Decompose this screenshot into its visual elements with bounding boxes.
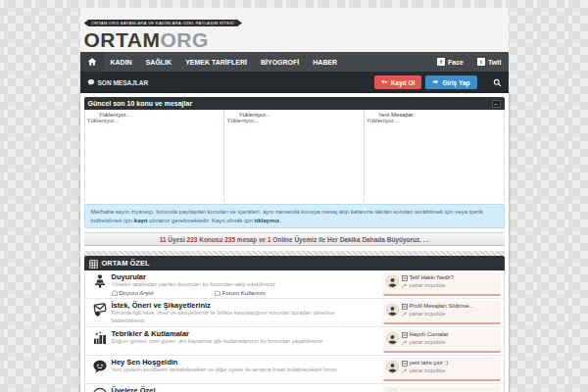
notice-text: . <box>279 218 281 223</box>
nav-item-kadin[interactable]: KADIN <box>104 52 139 72</box>
recent-widget-title: Güncel son 10 konu ve mesajlar <box>88 100 193 107</box>
nav-item-biyogrofi[interactable]: BİYOGROFİ <box>254 52 306 72</box>
recent-column-new-messages: Yeni Mesajlar Yükleniyor... <box>365 110 505 202</box>
subforum-links: Duyuru Arşivi Forum Kullanımı <box>112 290 378 296</box>
stat-members: 11 <box>160 236 167 243</box>
forum-title-link[interactable]: Duyurular <box>112 272 378 281</box>
nav-item-twitter[interactable]: tTwit <box>470 52 508 72</box>
last-post-title-link[interactable]: Hayırlı Cumalar <box>402 331 449 339</box>
stat-label: Konusu <box>197 236 224 243</box>
forum-title-link[interactable]: Üyelere Özel <box>112 386 378 392</box>
last-post-title: Telif Hakkı Nedir? <box>410 274 454 282</box>
forum-description: Yeni üyelerin kendilerini tanıtabilecekl… <box>112 367 357 373</box>
nav-item-facebook[interactable]: fFace <box>430 52 470 72</box>
forum-title-link[interactable]: Tebrikler & Kutlamalar <box>112 329 378 338</box>
subforum-duyuru-arsivi[interactable]: Duyuru Arşivi <box>112 290 154 296</box>
home-icon <box>87 53 97 71</box>
twitter-label: Twit <box>488 59 501 66</box>
last-post-box: yeni taze çıtır :) yazar ircpolice <box>383 358 501 381</box>
last-post-author: yazar ircpolice <box>410 311 446 318</box>
notice-click-here-link[interactable]: tıklayınız <box>255 218 279 223</box>
collapse-button[interactable]: − <box>492 100 501 108</box>
register-icon <box>381 78 388 86</box>
last-post-title: Profil Mesajları Sildirme... <box>410 303 474 311</box>
forum-row-tebrikler: Tebrikler & Kutlamalar Doğum günleri, öz… <box>85 327 504 356</box>
recent-column-replies: Yükleniyor... Yükleniyor... <box>224 110 365 202</box>
note-icon <box>402 304 408 310</box>
register-button[interactable]: Kayıt Ol <box>374 75 422 89</box>
forum-description: Yönetim tarafından yapılan duyuruları bu… <box>112 281 357 288</box>
last-post-box: henüz yok <box>383 386 501 392</box>
forum-list: Duyurular Yönetim tarafından yapılan duy… <box>84 270 505 392</box>
last-post-author-link[interactable]: yazar ircpolice <box>402 368 449 375</box>
auth-buttons: Kayıt Ol Giriş Yap <box>374 75 477 89</box>
forum-description: Forumla ilgili istek, öneri ve şikayetle… <box>112 310 357 323</box>
login-button[interactable]: Giriş Yap <box>425 75 476 89</box>
mail-heart-icon <box>88 301 112 324</box>
recent-col-loading: Yükleniyor... <box>224 118 364 123</box>
recent-widget-header: Güncel son 10 konu ve mesajlar − <box>84 97 505 110</box>
grid-icon <box>89 255 98 272</box>
note-icon <box>402 332 408 338</box>
logo-ribbon: ORTAM.ORG BAYANLARA VE KADINLARA ÖZEL PA… <box>84 20 243 26</box>
notice-register-link[interactable]: kayıt <box>134 218 148 223</box>
announcer-icon <box>88 272 112 296</box>
last-post-title-link[interactable]: Telif Hakkı Nedir? <box>402 274 454 282</box>
reply-arrow-icon <box>402 368 408 374</box>
stat-label: Online Üyemiz ile Her Dakika Dahada Büyü… <box>271 236 429 243</box>
reply-arrow-icon <box>402 283 408 289</box>
sub-bar: SON MESAJLAR Kayıt Ol Giriş Yap <box>80 72 509 93</box>
search-button[interactable] <box>493 74 502 91</box>
note-icon <box>402 275 408 281</box>
members-icon <box>88 386 112 392</box>
last-post-title-link[interactable]: Profil Mesajları Sildirme... <box>402 303 474 311</box>
subforum-forum-kullanimi[interactable]: Forum Kullanımı <box>215 290 266 296</box>
stat-posts: 235 <box>224 236 235 243</box>
subforum-label: Duyuru Arşivi <box>120 290 154 296</box>
site-header: ORTAM.ORG BAYANLARA VE KADINLARA ÖZEL PA… <box>80 8 509 52</box>
site-logo[interactable]: ORTAMORG <box>84 29 505 50</box>
last-post-title: yeni taze çıtır :) <box>410 360 449 368</box>
avatar-empty <box>386 388 399 392</box>
search-icon <box>493 74 502 91</box>
page: ORTAM.ORG BAYANLARA VE KADINLARA ÖZEL PA… <box>80 0 509 392</box>
forum-title-link[interactable]: İstek, Öneri ve Şikayetleriniz <box>112 301 378 310</box>
last-post-author: yazar ircpolice <box>410 282 446 290</box>
last-post-author-link[interactable]: yazar ircpolice <box>402 282 454 290</box>
nav-item-haber[interactable]: HABER <box>306 52 344 72</box>
forum-title-link[interactable]: Hey Sen Hoşgeldin <box>112 358 378 367</box>
avatar[interactable] <box>386 331 399 349</box>
nav-item-yemek-tarifleri[interactable]: YEMEK TARİFLERİ <box>178 52 254 72</box>
forum-row-istek-oneri: İstek, Öneri ve Şikayetleriniz Forumla i… <box>85 299 504 327</box>
avatar[interactable] <box>386 360 399 377</box>
last-post-lines: yeni taze çıtır :) yazar ircpolice <box>402 360 449 375</box>
guest-notice: Merhaba sayın ziyaretçi, forumda paylaşı… <box>84 204 505 228</box>
forum-info: Duyurular Yönetim tarafından yapılan duy… <box>112 272 383 296</box>
category-title: ORTAM ÖZEL <box>102 259 150 268</box>
category-header[interactable]: ORTAM ÖZEL <box>84 256 505 270</box>
avatar[interactable] <box>386 303 399 320</box>
facebook-label: Face <box>448 59 464 66</box>
stat-label: Üyesi <box>167 236 187 243</box>
recent-col-loading: Yükleniyor... <box>365 118 504 123</box>
last-messages-label: SON MESAJLAR <box>98 79 149 86</box>
forum-row-uyelere-ozel: Üyelere Özel Üyelere özel bir kategorimi… <box>85 384 504 392</box>
nav-social-links: fFace tTwit <box>430 52 508 72</box>
last-post-author-link[interactable]: yazar ircpolice <box>402 311 474 318</box>
last-messages-link[interactable]: SON MESAJLAR <box>87 78 149 87</box>
main-nav: KADIN SAĞLIK YEMEK TARİFLERİ BİYOGROFİ H… <box>80 52 509 72</box>
avatar[interactable] <box>386 274 399 292</box>
forum-description: Doğum günleri, özel günler, dini bayraml… <box>112 338 357 345</box>
last-post-box: Profil Mesajları Sildirme... yazar ircpo… <box>383 301 501 324</box>
last-post-title-link[interactable]: yeni taze çıtır :) <box>402 360 449 368</box>
comments-icon <box>87 78 95 87</box>
login-label: Giriş Yap <box>442 79 469 86</box>
last-post-title: Hayırlı Cumalar <box>410 331 449 339</box>
last-post-author: yazar ircpolice <box>410 339 446 347</box>
nav-home-button[interactable] <box>80 52 104 72</box>
forum-row-duyurular: Duyurular Yönetim tarafından yapılan duy… <box>85 270 504 299</box>
board-stats: 11 Üyesi 223 Konusu 235 mesajı ve 1 Onli… <box>84 232 505 246</box>
nav-item-saglik[interactable]: SAĞLIK <box>139 52 178 72</box>
stat-topics: 223 <box>187 236 198 243</box>
last-post-author-link[interactable]: yazar ircpolice <box>402 339 449 347</box>
